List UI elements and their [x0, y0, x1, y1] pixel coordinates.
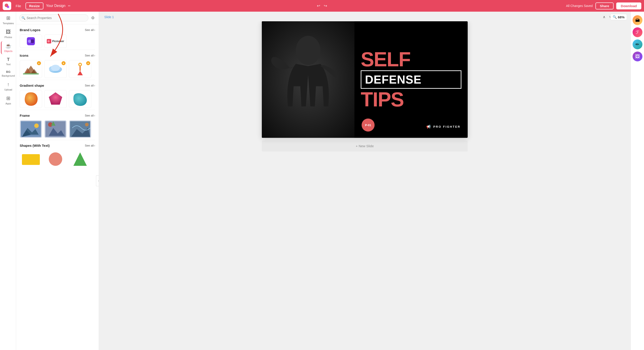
slide-title-defense: DEFENSE — [365, 73, 457, 86]
slide-label: Slide 1 — [104, 15, 114, 19]
sidebar-item-apps[interactable]: ⊞ Apps — [1, 94, 15, 107]
sidebar-item-label: Apps — [5, 102, 11, 105]
svg-rect-11 — [23, 73, 39, 75]
frame-item-3[interactable] — [69, 120, 91, 138]
pro-fighter-label: 📢 PRO FIGHTER — [426, 125, 460, 129]
sidebar-item-upload[interactable]: ↑ Upload — [1, 80, 15, 93]
mountain-app-button[interactable]: 🏔 — [632, 15, 642, 25]
icons-section: Icons See all › ♥ ♥ — [16, 50, 99, 80]
download-button[interactable]: Download — [616, 3, 641, 10]
collapse-panel-button[interactable]: ‹ — [96, 176, 99, 186]
file-button[interactable]: File — [13, 3, 24, 9]
shape-text-green-triangle[interactable] — [69, 150, 91, 168]
slide-up-button[interactable]: ∧ — [602, 14, 606, 20]
search-input[interactable] — [19, 14, 88, 22]
frame-see-all[interactable]: See all › — [85, 114, 95, 117]
new-slide-button[interactable]: + New Slide — [262, 140, 468, 151]
premium-badge: ♥ — [62, 61, 66, 65]
slide-canvas[interactable]: SELF DEFENSE TIPS P-01 📢 PRO FIGHTER — [262, 21, 468, 138]
slide-title-self: SELF — [361, 50, 462, 69]
search-icon: 🔍 — [22, 16, 25, 20]
properties-panel: 🔍 ⚙ Brand Logos See all › — [16, 12, 99, 350]
slide-badge: P-01 — [362, 118, 374, 131]
frame-item-2[interactable] — [44, 120, 67, 138]
icons-grid: ♥ ♥ — [20, 60, 95, 78]
shape-item-teal-blob[interactable] — [69, 90, 91, 108]
font-app-button[interactable]: ℱ — [632, 27, 642, 37]
design-title: Your Design — [46, 4, 66, 8]
image-app-button[interactable]: 🖼 — [632, 52, 642, 61]
gradient-shape-see-all[interactable]: See all › — [85, 84, 95, 87]
shape-text-yellow-rect[interactable] — [20, 150, 42, 168]
brand-logo-item[interactable] — [20, 35, 42, 48]
search-bar: 🔍 ⚙ — [16, 12, 99, 25]
svg-marker-18 — [78, 71, 83, 75]
shape-item-orange-blob[interactable] — [20, 90, 42, 108]
objects-icon: ☕ — [5, 43, 12, 49]
slide-image — [262, 21, 354, 138]
gradient-shape-header: Gradient shape See all › — [20, 84, 95, 87]
slide-text: SELF DEFENSE TIPS P-01 📢 PRO FIGHTER — [354, 21, 468, 138]
icon-item-toy[interactable]: ♥ — [69, 60, 91, 78]
slide-canvas-wrap: SELF DEFENSE TIPS P-01 📢 PRO FIGHTER + N… — [99, 21, 630, 350]
filter-icon[interactable]: ⚙ — [90, 15, 96, 21]
redo-icon[interactable]: ↪ — [324, 3, 327, 8]
main-layout: ⊞ Templates 🖼 Photos ☕ Objects T Text BG… — [0, 12, 644, 350]
shapes-text-see-all[interactable]: See all › — [85, 144, 95, 147]
svg-point-31 — [85, 123, 88, 126]
app-logo[interactable] — [3, 2, 11, 10]
slide-defense-box: DEFENSE — [361, 70, 462, 89]
shape-text-pink-circle[interactable] — [44, 150, 67, 168]
text-icon: T — [7, 57, 10, 62]
frame-header: Frame See all › — [20, 114, 95, 117]
share-button[interactable]: Share — [596, 3, 614, 10]
brand-logos-see-all[interactable]: See all › — [85, 28, 95, 32]
frame-section: Frame See all › — [16, 110, 99, 140]
shape-item-pink-pentagon[interactable] — [44, 90, 67, 108]
sidebar-item-label: Objects — [4, 50, 12, 52]
shapes-text-title: Shapes (With Text) — [20, 144, 50, 147]
svg-rect-5 — [31, 40, 34, 43]
save-status: All Changes Saved — [566, 4, 593, 8]
sidebar-item-label: Photos — [4, 36, 12, 39]
slide-header: Slide 1 ∧ ∨ ⧉ ⤢ — [99, 12, 630, 21]
icons-see-all[interactable]: See all › — [85, 54, 95, 57]
svg-point-24 — [34, 123, 39, 128]
sidebar-item-background[interactable]: BG Background — [1, 68, 15, 79]
sidebar-icons: ⊞ Templates 🖼 Photos ☕ Objects T Text BG… — [0, 12, 16, 350]
sidebar-item-objects[interactable]: ☕ Objects — [1, 41, 15, 54]
svg-point-7 — [48, 40, 50, 42]
undo-icon[interactable]: ↩ — [317, 3, 320, 8]
icons-title: Icons — [20, 54, 28, 57]
sidebar-item-photos[interactable]: 🖼 Photos — [1, 27, 15, 40]
brand-logos-title: Brand Logos — [20, 28, 40, 32]
resize-button[interactable]: Resize — [26, 3, 44, 10]
zoom-level: 68% — [618, 15, 624, 19]
brand-logo-item[interactable]: Picmaker — [44, 35, 67, 48]
background-icon: BG — [6, 70, 10, 74]
brand-logos-header: Brand Logos See all › — [20, 28, 95, 32]
app-header: File Resize Your Design ✏ ↩ ↪ All Change… — [0, 0, 644, 12]
sidebar-item-label: Text — [6, 63, 10, 66]
svg-point-15 — [51, 65, 60, 71]
photos-icon: 🖼 — [6, 29, 11, 35]
edit-icon[interactable]: ✏ — [68, 4, 71, 8]
icon-item-clouds[interactable]: ♥ — [44, 60, 67, 78]
premium-badge: ♥ — [86, 61, 90, 65]
header-right: All Changes Saved Share Download — [566, 3, 641, 10]
svg-rect-2 — [7, 6, 9, 8]
paint-app-button[interactable]: ✏ — [632, 40, 642, 49]
gradient-shape-section: Gradient shape See all › — [16, 80, 99, 110]
sidebar-item-templates[interactable]: ⊞ Templates — [1, 14, 15, 27]
svg-marker-34 — [74, 152, 87, 166]
icon-item-mountains[interactable]: ♥ — [20, 60, 42, 78]
canvas-area: 🔍 68% Slide 1 ∧ ∨ ⧉ ⤢ — [99, 12, 630, 350]
svg-point-4 — [28, 40, 31, 43]
sidebar-item-label: Background — [2, 74, 15, 77]
sidebar-item-text[interactable]: T Text — [1, 55, 15, 67]
picmaker-label: Picmaker — [52, 40, 64, 43]
zoom-indicator[interactable]: 🔍 68% — [610, 14, 627, 20]
premium-badge: ♥ — [37, 61, 41, 65]
frame-item-1[interactable] — [20, 120, 42, 138]
header-center-controls: ↩ ↪ — [317, 3, 327, 8]
